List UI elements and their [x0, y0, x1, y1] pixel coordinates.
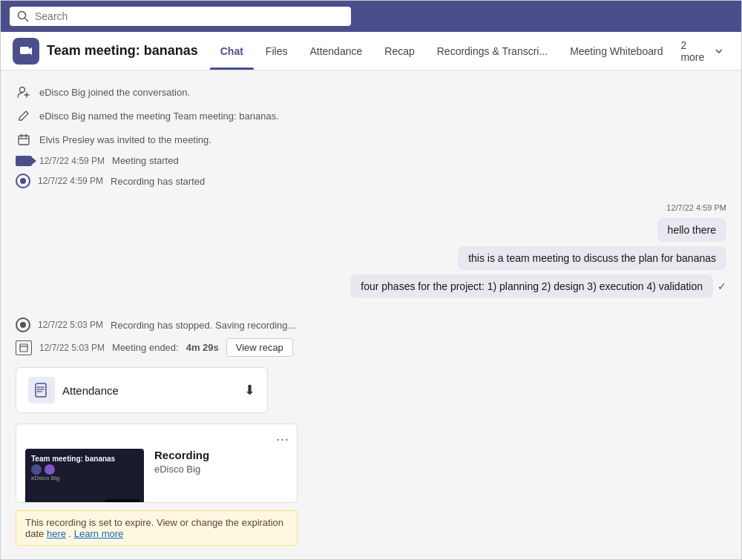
system-msg-3-text: Elvis Presley was invited to the meeting…	[39, 134, 211, 145]
attendance-icon-box	[28, 377, 55, 403]
record-stop-icon	[16, 317, 30, 332]
thumb-title: Team meeting: bananas eDisco Big	[31, 455, 138, 481]
system-msg-4-text: Meeting started	[112, 155, 179, 166]
pencil-icon	[16, 108, 32, 124]
meeting-icon	[19, 44, 33, 59]
recording-card: ... Team meeting: bananas eDisco Big 3m …	[16, 424, 298, 503]
tab-more[interactable]: 2 more	[674, 39, 729, 63]
chat-bubble-3-row: four phases for the project: 1) planning…	[350, 274, 726, 298]
search-icon	[17, 10, 29, 22]
recording-title: Recording	[154, 449, 209, 461]
tabs: Chat Files Attendance Recap Recordings &…	[210, 32, 729, 70]
duration-badge: 3m 43s	[105, 499, 139, 503]
chat-area: eDisco Big joined the conversation. eDis…	[1, 70, 741, 558]
svg-rect-7	[19, 136, 29, 145]
expiry-separator: .	[69, 528, 74, 539]
system-msg-4-timestamp: 12/7/22 4:59 PM	[39, 156, 105, 166]
more-options-button[interactable]: ...	[276, 429, 289, 444]
delivered-checkmark: ✓	[718, 280, 726, 292]
search-bar	[1, 1, 741, 32]
recording-author: eDisco Big	[154, 464, 209, 475]
chevron-down-icon	[715, 47, 723, 56]
meeting-icon-box	[13, 38, 39, 65]
attendance-file-icon	[33, 382, 50, 398]
recording-thumbnail[interactable]: Team meeting: bananas eDisco Big 3m 43s	[25, 449, 144, 503]
calendar-invite-icon	[16, 131, 32, 148]
user-messages-group: 12/7/22 4:59 PM hello there this is a te…	[16, 203, 726, 298]
system-msg-5-timestamp: 12/7/22 4:59 PM	[38, 176, 103, 186]
system-msg-2: eDisco Big named the meeting Team meetin…	[16, 106, 726, 125]
record-icon	[16, 174, 30, 188]
header: Team meeting: bananas Chat Files Attenda…	[1, 32, 741, 70]
recording-stopped-timestamp: 12/7/22 5:03 PM	[38, 320, 103, 330]
attendance-label: Attendance	[62, 384, 119, 397]
tab-chat[interactable]: Chat	[210, 32, 254, 70]
expiry-notice: This recording is set to expire. View or…	[16, 510, 298, 546]
attendance-card: Attendance ⬇	[16, 367, 268, 413]
chat-bubble-2: this is a team meeting to discuss the pl…	[458, 246, 726, 270]
system-msg-3: Elvis Presley was invited to the meeting…	[16, 130, 726, 149]
svg-line-1	[25, 19, 28, 22]
meeting-ended-duration: 4m 29s	[186, 342, 219, 353]
view-recap-button[interactable]: View recap	[226, 338, 293, 357]
svg-marker-3	[29, 47, 32, 55]
system-msg-5-text: Recording has started	[111, 176, 205, 187]
svg-point-17	[37, 386, 39, 388]
person-join-icon	[16, 84, 32, 100]
tab-recordings[interactable]: Recordings & Transcri...	[427, 32, 558, 70]
chat-bubble-1: hello there	[657, 218, 726, 242]
tab-whiteboard[interactable]: Meeting Whiteboard	[559, 32, 673, 70]
msg-timestamp: 12/7/22 4:59 PM	[666, 203, 726, 212]
tab-attendance[interactable]: Attendance	[299, 32, 372, 70]
search-input[interactable]	[35, 10, 344, 22]
meeting-ended-text: Meeting ended:	[112, 342, 179, 353]
meeting-ended-row: 12/7/22 5:03 PM Meeting ended: 4m 29s Vi…	[16, 338, 726, 357]
meeting-ended-icon	[16, 340, 32, 355]
recording-content: Team meeting: bananas eDisco Big 3m 43s …	[16, 449, 297, 503]
system-msg-2-text: eDisco Big named the meeting Team meetin…	[39, 111, 279, 122]
svg-rect-2	[20, 47, 29, 54]
tab-recap[interactable]: Recap	[374, 32, 424, 70]
search-wrapper[interactable]	[10, 7, 351, 26]
svg-rect-11	[20, 344, 27, 352]
tab-more-label: 2 more	[680, 39, 712, 63]
recording-meta: Recording eDisco Big	[154, 449, 209, 475]
system-msg-1-text: eDisco Big joined the conversation.	[39, 87, 190, 98]
recording-card-header: ...	[16, 424, 297, 449]
video-icon	[16, 156, 32, 166]
expiry-learn-more-link[interactable]: Learn more	[74, 528, 123, 539]
recording-stopped: 12/7/22 5:03 PM Recording has stopped. S…	[16, 316, 726, 334]
system-msg-1: eDisco Big joined the conversation.	[16, 82, 726, 102]
svg-point-4	[20, 88, 25, 93]
tab-files[interactable]: Files	[255, 32, 298, 70]
meeting-ended-timestamp: 12/7/22 5:03 PM	[39, 343, 105, 353]
download-icon[interactable]: ⬇	[244, 382, 255, 398]
svg-rect-13	[36, 383, 46, 397]
chat-bubble-3: four phases for the project: 1) planning…	[350, 274, 713, 298]
meeting-title: Team meeting: bananas	[47, 43, 198, 59]
svg-point-18	[37, 389, 39, 390]
svg-point-19	[37, 391, 39, 392]
system-msg-5: 12/7/22 4:59 PM Recording has started	[16, 172, 726, 190]
system-msg-4: 12/7/22 4:59 PM Meeting started	[16, 154, 726, 168]
recording-stopped-text: Recording has stopped. Saving recording.…	[111, 320, 295, 331]
expiry-here-link[interactable]: here	[47, 528, 66, 539]
attendance-left: Attendance	[28, 377, 119, 403]
